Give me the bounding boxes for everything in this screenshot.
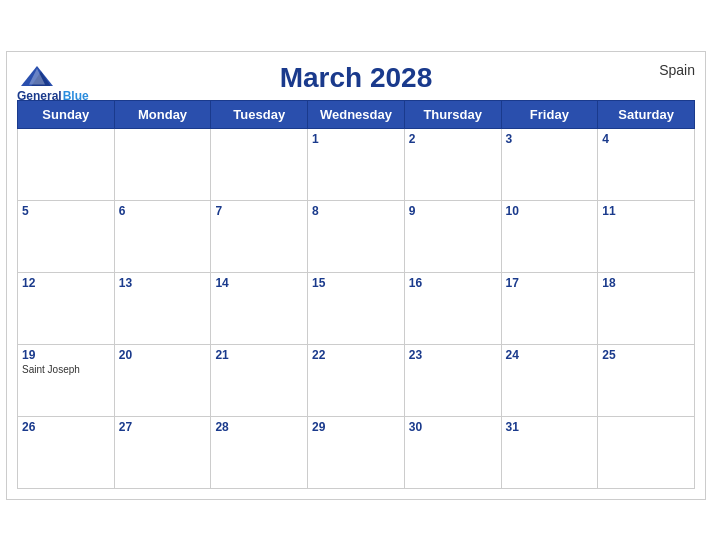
day-number: 28 bbox=[215, 420, 303, 434]
calendar: General Blue March 2028 Spain SundayMond… bbox=[6, 51, 706, 500]
day-number: 2 bbox=[409, 132, 497, 146]
day-number: 11 bbox=[602, 204, 690, 218]
calendar-cell: 6 bbox=[114, 200, 211, 272]
calendar-cell: 26 bbox=[18, 416, 115, 488]
day-number: 31 bbox=[506, 420, 594, 434]
calendar-week-row: 12131415161718 bbox=[18, 272, 695, 344]
day-number: 6 bbox=[119, 204, 207, 218]
day-number: 29 bbox=[312, 420, 400, 434]
day-number: 27 bbox=[119, 420, 207, 434]
country-label: Spain bbox=[659, 62, 695, 78]
day-number: 25 bbox=[602, 348, 690, 362]
calendar-cell: 7 bbox=[211, 200, 308, 272]
calendar-week-row: 19Saint Joseph202122232425 bbox=[18, 344, 695, 416]
day-number: 21 bbox=[215, 348, 303, 362]
weekday-header: Sunday bbox=[18, 100, 115, 128]
calendar-cell bbox=[598, 416, 695, 488]
day-number: 18 bbox=[602, 276, 690, 290]
calendar-cell: 1 bbox=[308, 128, 405, 200]
day-number: 5 bbox=[22, 204, 110, 218]
day-number: 8 bbox=[312, 204, 400, 218]
holiday-label: Saint Joseph bbox=[22, 364, 110, 375]
calendar-cell: 19Saint Joseph bbox=[18, 344, 115, 416]
day-number: 13 bbox=[119, 276, 207, 290]
calendar-cell: 22 bbox=[308, 344, 405, 416]
month-title: March 2028 bbox=[280, 62, 433, 94]
calendar-cell: 5 bbox=[18, 200, 115, 272]
calendar-cell: 30 bbox=[404, 416, 501, 488]
calendar-week-row: 567891011 bbox=[18, 200, 695, 272]
calendar-cell bbox=[18, 128, 115, 200]
calendar-header: General Blue March 2028 Spain bbox=[17, 62, 695, 94]
day-number: 24 bbox=[506, 348, 594, 362]
day-number: 10 bbox=[506, 204, 594, 218]
day-number: 30 bbox=[409, 420, 497, 434]
calendar-cell: 9 bbox=[404, 200, 501, 272]
calendar-week-row: 262728293031 bbox=[18, 416, 695, 488]
weekday-header: Saturday bbox=[598, 100, 695, 128]
day-number: 1 bbox=[312, 132, 400, 146]
weekday-header: Monday bbox=[114, 100, 211, 128]
logo-blue: Blue bbox=[63, 90, 89, 102]
calendar-cell: 18 bbox=[598, 272, 695, 344]
calendar-cell: 17 bbox=[501, 272, 598, 344]
day-number: 26 bbox=[22, 420, 110, 434]
calendar-cell: 11 bbox=[598, 200, 695, 272]
weekday-header-row: SundayMondayTuesdayWednesdayThursdayFrid… bbox=[18, 100, 695, 128]
logo-icon bbox=[17, 62, 57, 90]
calendar-cell: 31 bbox=[501, 416, 598, 488]
calendar-cell: 24 bbox=[501, 344, 598, 416]
calendar-cell: 20 bbox=[114, 344, 211, 416]
calendar-cell: 3 bbox=[501, 128, 598, 200]
calendar-cell: 8 bbox=[308, 200, 405, 272]
calendar-week-row: 1234 bbox=[18, 128, 695, 200]
calendar-cell: 13 bbox=[114, 272, 211, 344]
day-number: 15 bbox=[312, 276, 400, 290]
day-number: 22 bbox=[312, 348, 400, 362]
calendar-cell: 10 bbox=[501, 200, 598, 272]
day-number: 20 bbox=[119, 348, 207, 362]
day-number: 7 bbox=[215, 204, 303, 218]
calendar-table: SundayMondayTuesdayWednesdayThursdayFrid… bbox=[17, 100, 695, 489]
calendar-cell bbox=[211, 128, 308, 200]
calendar-cell: 4 bbox=[598, 128, 695, 200]
calendar-cell: 25 bbox=[598, 344, 695, 416]
weekday-header: Thursday bbox=[404, 100, 501, 128]
calendar-cell: 27 bbox=[114, 416, 211, 488]
weekday-header: Tuesday bbox=[211, 100, 308, 128]
logo-area: General Blue bbox=[17, 62, 89, 102]
day-number: 3 bbox=[506, 132, 594, 146]
day-number: 17 bbox=[506, 276, 594, 290]
day-number: 4 bbox=[602, 132, 690, 146]
calendar-cell bbox=[114, 128, 211, 200]
calendar-cell: 29 bbox=[308, 416, 405, 488]
calendar-cell: 2 bbox=[404, 128, 501, 200]
day-number: 14 bbox=[215, 276, 303, 290]
day-number: 23 bbox=[409, 348, 497, 362]
logo-general: General bbox=[17, 90, 62, 102]
day-number: 19 bbox=[22, 348, 110, 362]
calendar-cell: 16 bbox=[404, 272, 501, 344]
weekday-header: Wednesday bbox=[308, 100, 405, 128]
day-number: 12 bbox=[22, 276, 110, 290]
day-number: 16 bbox=[409, 276, 497, 290]
calendar-cell: 12 bbox=[18, 272, 115, 344]
weekday-header: Friday bbox=[501, 100, 598, 128]
calendar-cell: 15 bbox=[308, 272, 405, 344]
day-number: 9 bbox=[409, 204, 497, 218]
calendar-cell: 23 bbox=[404, 344, 501, 416]
calendar-cell: 21 bbox=[211, 344, 308, 416]
calendar-cell: 14 bbox=[211, 272, 308, 344]
calendar-cell: 28 bbox=[211, 416, 308, 488]
